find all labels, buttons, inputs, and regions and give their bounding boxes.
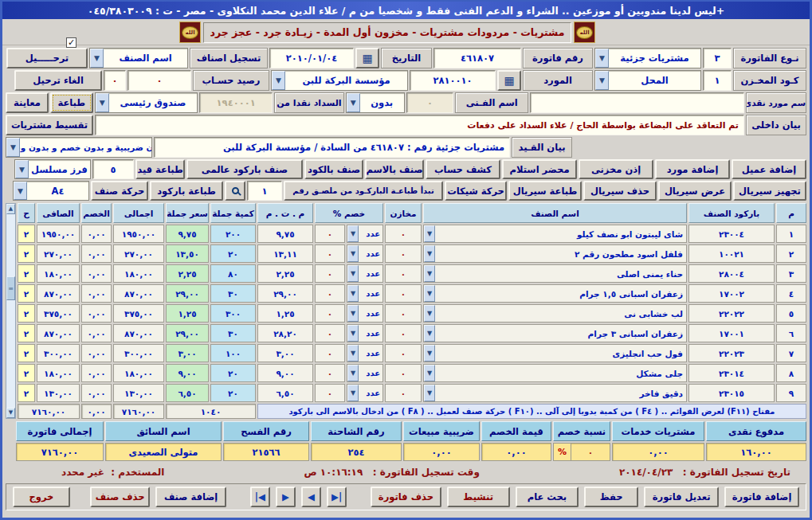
column-header-disc[interactable]: الخصم (81, 203, 112, 223)
entry-note-field[interactable]: مشتريات جزئية رقم : ٤٦١٨٠٧ من السادة / م… (154, 137, 510, 158)
cell-disc_pct[interactable]: ٠ (315, 284, 345, 303)
cell-unit[interactable]: عدد▼ (347, 284, 383, 303)
chevron-down-icon[interactable]: ▼ (424, 385, 435, 401)
cell-barcode[interactable]: ١٠٠٢١ (688, 244, 775, 263)
chevron-down-icon[interactable]: ▼ (347, 345, 359, 362)
print-barcode-button[interactable]: طباعة باركود (150, 181, 223, 201)
cell-barcode[interactable]: ٢٣٠١٥ (688, 384, 775, 402)
cell-stores[interactable]: ٠ (385, 225, 422, 243)
cell-price[interactable]: ٢٩,٠٠ (166, 284, 209, 303)
bottom-button-حذف-فاتورة[interactable]: حذف فاتورة (371, 487, 441, 507)
bottom-button-خروج[interactable]: خروج (13, 487, 70, 507)
cell-mtm[interactable]: ٢٩,٠٠ (257, 284, 313, 303)
bottom-button-تعديل-فاتورة[interactable]: تعديل فاتورة (644, 487, 719, 507)
cell-price[interactable]: ١,٢٥ (166, 304, 209, 323)
cell-name[interactable]: لب خشابى نى▼ (423, 304, 687, 323)
toolbar1-button-5[interactable]: كشف حساب (426, 159, 500, 179)
chevron-down-icon[interactable]: ▼ (424, 265, 435, 282)
cell-barcode[interactable]: ٢٢٠٢٢ (688, 304, 775, 323)
chevron-down-icon[interactable]: ▼ (15, 160, 29, 178)
toolbar1-button-8[interactable]: صنف باركود عالمى (186, 159, 303, 179)
vertical-scrollbar[interactable]: ▲ ≡ ▼ (6, 203, 16, 419)
cell-unit[interactable]: عدد▼ (347, 384, 383, 402)
cell-stores[interactable]: ٠ (385, 364, 422, 382)
cell-name[interactable]: زعفران اسبانى ١,٥ جرام▼ (423, 284, 687, 303)
cell-qty[interactable]: ١٠٠ (210, 344, 256, 362)
cell-disc_pct[interactable]: ٠ (315, 244, 345, 263)
internal-note-field[interactable]: تم التعاقد على البضاعة بواسطة الحاج / عل… (95, 115, 744, 135)
cell-qty[interactable]: ٣٠٠ (210, 304, 256, 323)
date-field[interactable]: ٢٠١٠/٠١/٠٤ (269, 48, 354, 68)
chevron-down-icon[interactable]: ▼ (424, 245, 435, 262)
scrollbar-thumb[interactable]: ≡ (6, 276, 15, 300)
cell-unit[interactable]: عدد▼ (347, 344, 383, 362)
toolbar2-button-1[interactable]: تجهيز سيريال (733, 181, 806, 201)
cell-qty[interactable]: ٨٠ (210, 264, 256, 283)
cell-stores[interactable]: ٠ (385, 304, 422, 323)
column-header-qty[interactable]: كمية جملة (210, 203, 256, 223)
column-header-stores[interactable]: مخازن (385, 203, 422, 223)
cell-price[interactable]: ٢٩,٠٠ (166, 324, 209, 342)
cell-qty[interactable]: ٢٠ (210, 364, 256, 382)
toolbar1-button-1[interactable]: إضافة عميل (732, 159, 806, 179)
cell-stores[interactable]: ٠ (385, 284, 422, 303)
cell-stores[interactable]: ٠ (385, 244, 422, 263)
invoice-type-code[interactable]: ٣ (703, 48, 732, 68)
chevron-down-icon[interactable]: ▼ (347, 305, 359, 322)
toolbar1-button-3[interactable]: إذن مخزنى (579, 159, 653, 179)
chevron-down-icon[interactable]: ▼ (424, 345, 435, 362)
column-header-mtm[interactable]: م . ت . م (257, 203, 313, 223)
chevron-down-icon[interactable]: ▼ (347, 93, 360, 112)
toolbar2-button-5[interactable]: حركة شيكات (445, 181, 507, 201)
cell-price[interactable]: ٩,٧٥ (166, 225, 209, 243)
toolbar1-button-4[interactable]: محضر استلام (502, 159, 577, 179)
chevron-down-icon[interactable]: ▼ (595, 71, 609, 90)
cell-price[interactable]: ١٣,٥٠ (166, 244, 209, 263)
cell-stores[interactable]: ٠ (385, 344, 422, 362)
cell-mtm[interactable]: ١,٢٥ (257, 304, 313, 323)
scrollbar-track[interactable]: ≡ (6, 214, 15, 408)
chevron-down-icon[interactable]: ▼ (347, 245, 359, 262)
paper-size-select[interactable]: A٤ ▼ (13, 181, 89, 201)
discount-percent-value[interactable]: ٠ (571, 448, 610, 457)
cell-name[interactable]: شاى ليبتون ابو نصف كيلو▼ (423, 225, 687, 243)
toolbar1-button-6[interactable]: صنف بالاسم (365, 159, 424, 179)
print-button[interactable]: طباعة (50, 92, 93, 113)
cell-mtm[interactable]: ٩,٧٥ (257, 225, 313, 243)
store-select[interactable]: المحل ▼ (594, 70, 701, 91)
chevron-down-icon[interactable]: ▼ (347, 325, 359, 342)
cell-barcode[interactable]: ٢٣٠١٤ (688, 364, 775, 382)
toolbar2-button-3[interactable]: حذف سيريال (583, 181, 657, 201)
record-nav-button-3[interactable]: ▶ (276, 487, 296, 507)
cell-disc_pct[interactable]: ٠ (315, 344, 345, 362)
cell-mtm[interactable]: ٦,٥٠ (257, 384, 313, 402)
cell-price[interactable]: ٣,٠٠ (166, 344, 209, 362)
bottom-button-إضافة-صنف[interactable]: إضافة صنف (155, 487, 226, 507)
cell-barcode[interactable]: ١٧٠٠١ (688, 324, 775, 342)
chevron-down-icon[interactable]: ▼ (347, 265, 359, 282)
cancel-post-button[interactable]: الغاء ترحيل (14, 70, 102, 91)
column-header-name[interactable]: اسم الصنف (423, 203, 687, 223)
cell-stores[interactable]: ٠ (385, 324, 422, 342)
cell-name[interactable]: زعفران اسبانى ٣ جرام▼ (423, 324, 687, 342)
record-nav-button-2[interactable]: ◀ (301, 487, 321, 507)
cell-unit[interactable]: عدد▼ (347, 364, 383, 382)
cell-price[interactable]: ٦,٥٠ (166, 384, 209, 402)
bottom-button-تنشيط[interactable]: تنشيط (447, 487, 510, 507)
chevron-down-icon[interactable]: ▼ (424, 305, 435, 322)
barcode-sticker-start-button[interactable]: تبدأ طباعـة الباركـود من ملصـق رقم (284, 181, 443, 201)
column-header-total[interactable]: اجمالى (113, 203, 164, 223)
cell-qty[interactable]: ٢٠ (210, 384, 256, 402)
cash-supplier-field[interactable] (530, 92, 744, 113)
cell-unit[interactable]: عدد▼ (347, 244, 383, 263)
cell-disc_pct[interactable]: ٠ (315, 324, 345, 342)
column-header-net[interactable]: الصافى (37, 203, 80, 223)
cell-unit[interactable]: عدد▼ (347, 225, 383, 243)
sort-mode-select[interactable]: فرز مسلسل ▼ (14, 159, 91, 179)
chevron-down-icon[interactable]: ▼ (90, 49, 104, 68)
cell-unit[interactable]: عدد▼ (347, 324, 383, 342)
post-button[interactable]: ترحـــــيل (6, 48, 88, 68)
supplier-lookup-button[interactable]: ▦ (497, 70, 521, 91)
bottom-button-بحث-عام[interactable]: بحث عام (516, 487, 579, 507)
cell-disc_pct[interactable]: ٠ (315, 304, 345, 323)
